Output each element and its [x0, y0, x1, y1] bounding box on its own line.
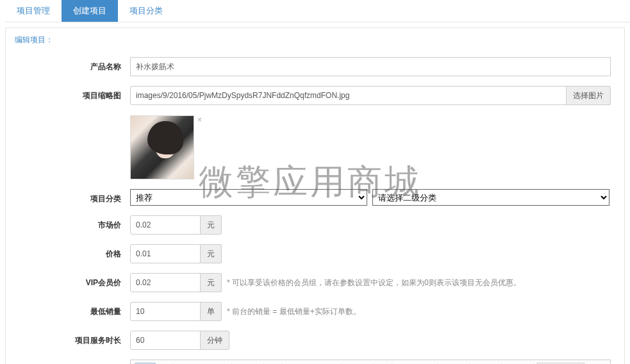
- label-duration: 项目服务时长: [15, 331, 130, 346]
- label-price: 价格: [15, 244, 130, 260]
- unit-dan: 单: [201, 302, 222, 321]
- market-price-input[interactable]: [130, 215, 201, 235]
- label-vip-price: VIP会员价: [15, 273, 130, 288]
- unit-minute: 分钟: [201, 331, 229, 350]
- unit-yuan: 元: [201, 273, 222, 292]
- tab-create-project[interactable]: 创建项目: [62, 0, 118, 22]
- label-category: 项目分类: [15, 189, 130, 204]
- category-primary-select[interactable]: 推荐: [130, 189, 367, 206]
- unit-yuan: 元: [201, 244, 222, 263]
- label-product-name: 产品名称: [15, 57, 130, 72]
- thumbnail-path-input[interactable]: [130, 86, 567, 105]
- min-sales-hint: * 前台的销量 = 最低销量+实际订单数。: [227, 306, 361, 317]
- tab-nav: 项目管理 创建项目 项目分类: [5, 0, 630, 22]
- choose-image-button[interactable]: 选择图片: [567, 86, 611, 105]
- vip-price-input[interactable]: [130, 273, 201, 292]
- price-input[interactable]: [130, 244, 201, 263]
- richtext-editor: HTML 🔍 B I U ᴀʙᴄ A▾ A▾ Aᵪ ≡: [130, 360, 611, 364]
- edit-panel: 编辑项目： 产品名称 项目缩略图 选择图片 ×: [5, 28, 625, 364]
- min-sales-input[interactable]: [130, 302, 201, 321]
- unit-yuan: 元: [201, 215, 222, 235]
- duration-input[interactable]: [130, 331, 201, 350]
- panel-title: 编辑项目：: [15, 35, 615, 46]
- label-min-sales: 最低销量: [15, 302, 130, 317]
- label-thumbnail: 项目缩略图: [15, 86, 130, 101]
- label-audience: 试用人群: [15, 360, 130, 364]
- thumbnail-preview: [130, 115, 194, 179]
- editor-toolbar: HTML 🔍 B I U ᴀʙᴄ A▾ A▾ Aᵪ ≡: [131, 360, 610, 364]
- category-secondary-select[interactable]: 请选择二级分类: [372, 189, 609, 206]
- tab-project-manage[interactable]: 项目管理: [5, 0, 62, 22]
- vip-price-hint: * 可以享受该价格的会员组，请在参数设置中设定，如果为0则表示该项目无会员优惠。: [227, 277, 521, 288]
- label-market-price: 市场价: [15, 215, 130, 231]
- thumbnail-remove-icon[interactable]: ×: [197, 115, 202, 124]
- tab-project-category[interactable]: 项目分类: [118, 0, 174, 22]
- product-name-input[interactable]: [130, 57, 611, 76]
